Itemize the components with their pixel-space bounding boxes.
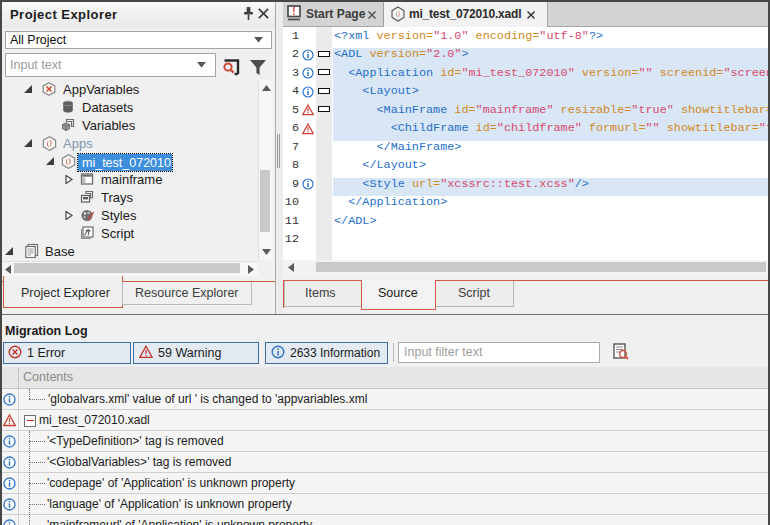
svg-text:!: ! <box>292 6 295 17</box>
